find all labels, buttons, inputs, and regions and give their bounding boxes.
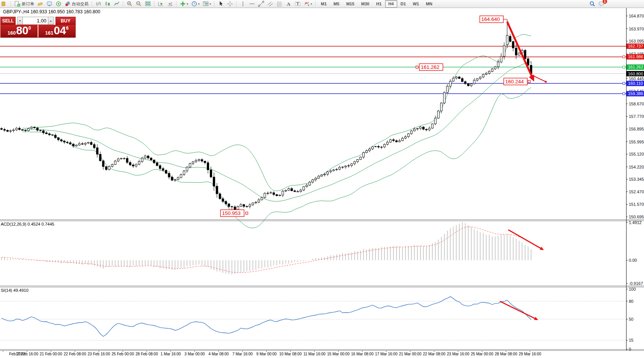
auto-trading-button[interactable]: 自动交易 [63, 0, 90, 8]
price-tick-label: 154.220 [629, 165, 644, 169]
buy-price[interactable]: 161 04 6 [38, 25, 75, 37]
volume-increase-button[interactable]: ▲ [48, 17, 54, 25]
sell-button[interactable]: SELL [0, 17, 16, 25]
market-watch-button[interactable] [45, 0, 54, 8]
tf-h1-button[interactable]: H1 [373, 0, 385, 8]
equidistant-channel-button[interactable] [266, 0, 275, 8]
time-tick-label: 25 Mar 00:00 [471, 352, 493, 356]
textA-icon: A [286, 1, 292, 7]
zoom-in-button[interactable] [125, 0, 134, 8]
price-badge-label: 159.386 [628, 91, 643, 96]
template-icon [203, 1, 209, 7]
linechart-icon [114, 1, 120, 7]
price-tick-label: 155.995 [629, 140, 644, 144]
buy-price-pip: 6 [66, 25, 69, 31]
price-annotation-text: 150.953 [222, 210, 241, 216]
hline-handle[interactable] [623, 56, 625, 58]
horizontal-line-button[interactable] [247, 0, 257, 8]
price-badge-label: 160.110 [628, 81, 643, 86]
autoscroll-icon [158, 1, 164, 7]
hline-handle[interactable] [623, 66, 625, 68]
time-tick-label: 28 Feb 08:00 [136, 352, 158, 356]
hline-handle[interactable] [623, 82, 625, 84]
tf-h4-button-label: H4 [387, 2, 396, 6]
price-tick-label: 163.970 [629, 27, 644, 31]
zoomin-icon [127, 1, 133, 7]
tline-icon [258, 1, 264, 7]
tile-windows-button[interactable] [143, 0, 152, 8]
time-tick-label: 25 Feb 00:00 [112, 352, 134, 356]
buy-button[interactable]: BUY [56, 17, 76, 25]
time-tick-label: 3 Mar 00:00 [184, 352, 205, 356]
templates-button[interactable]: ▾ [201, 0, 213, 8]
channel-icon [267, 1, 273, 7]
volume-stepper: ▼ ▲ [17, 17, 54, 25]
time-tick-label: 9 Mar 00:00 [256, 352, 277, 356]
trendline-button[interactable] [257, 0, 266, 8]
fibonacci-button[interactable] [275, 0, 284, 8]
tf-d1-button[interactable]: D1 [397, 0, 409, 8]
sell-price-figure: 160 [8, 30, 16, 37]
zoom-out-button[interactable] [134, 0, 143, 8]
chart-shift-button[interactable] [165, 0, 174, 8]
toolbar-separator [214, 1, 215, 6]
time-tick-label: 10 Mar 08:00 [279, 352, 302, 356]
chart-background [0, 0, 644, 358]
chevron-down-icon: ▾ [209, 2, 211, 6]
time-tick-label: 22 Mar 08:00 [423, 352, 446, 356]
tf-m15-button[interactable]: M15 [343, 0, 358, 8]
labelT-icon: T [295, 1, 301, 7]
line-chart-button[interactable] [112, 0, 121, 8]
candle-chart-button[interactable] [103, 0, 112, 8]
text-button[interactable]: A [284, 0, 293, 8]
search-icon [589, 1, 595, 7]
tf-m15-button-label: M15 [344, 2, 356, 6]
search-button[interactable] [588, 0, 597, 8]
chart-eraser-button[interactable] [36, 0, 45, 8]
hline-handle[interactable] [623, 92, 625, 95]
notifications-button[interactable]: 1 [597, 0, 606, 8]
bar-chart-button[interactable] [94, 0, 103, 8]
time-tick-label: 21 Feb 00:00 [40, 352, 62, 356]
vertical-line-button[interactable] [238, 0, 247, 8]
volume-decrease-button[interactable]: ▼ [17, 17, 23, 25]
macd-scale-label: 0.00 [629, 258, 637, 263]
tf-m30-button-label: M30 [359, 2, 371, 6]
signal-icon [56, 1, 62, 7]
tf-m1-button[interactable]: M1 [317, 0, 330, 8]
menu-stub-icon[interactable] [0, 0, 9, 8]
tf-h4-button[interactable]: H4 [385, 0, 397, 8]
new-order-button[interactable]: 新订单 [13, 0, 36, 8]
tf-mn-button[interactable]: MN [422, 0, 436, 8]
tf-m1-button-label: M1 [319, 2, 328, 6]
tf-m5-button[interactable]: M5 [330, 0, 343, 8]
auto-scroll-button[interactable] [156, 0, 165, 8]
tf-w1-button-label: W1 [411, 2, 421, 6]
crosshair-button[interactable] [225, 0, 235, 8]
svg-text:T: T [297, 2, 299, 6]
signals-button[interactable] [54, 0, 63, 8]
new-order-button-label: 新订单 [22, 1, 34, 7]
sell-price-pip: 0 [29, 25, 31, 31]
time-tick-label: 7 Mar 16:00 [232, 352, 253, 356]
time-tick-label: 22 Feb 08:00 [64, 352, 86, 356]
trade-controls-row: SELL ▼ ▲ BUY [0, 17, 76, 25]
periods-button[interactable]: ▾ [190, 0, 201, 8]
tf-m30-button[interactable]: M30 [358, 0, 373, 8]
indicators-button[interactable]: ▾ [178, 0, 190, 8]
cursor-button[interactable] [216, 0, 225, 8]
text-label-button[interactable]: T [293, 0, 302, 8]
sell-price[interactable]: 160 80 0 [1, 25, 38, 37]
volume-input[interactable] [23, 17, 48, 25]
chart-canvas[interactable]: ACD(12,26,9) 0.4524 0.7445SI(14) 49.4910… [0, 0, 644, 358]
tf-mn-button-label: MN [424, 2, 434, 6]
arrows-shapes-button[interactable]: ▾ [302, 0, 314, 8]
clock-icon [191, 1, 197, 7]
vline-icon [240, 1, 246, 7]
bars-icon [95, 1, 102, 7]
tf-w1-button[interactable]: W1 [409, 0, 423, 8]
price-tick-label: 155.120 [629, 152, 644, 156]
zoomout-icon [136, 1, 142, 7]
macd-scale-label: 1.4912 [629, 220, 642, 225]
time-tick-label: 15 Mar 00:00 [327, 352, 350, 356]
